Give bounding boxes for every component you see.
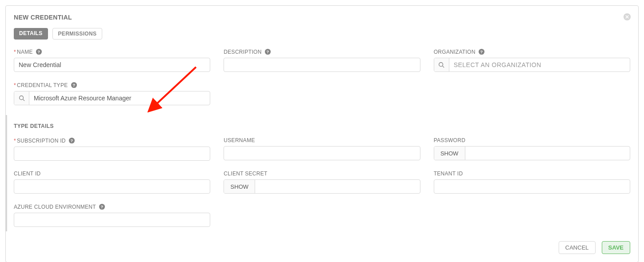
- type-details-section: TYPE DETAILS *SUBSCRIPTION ID ? USERNAME: [6, 115, 630, 231]
- help-icon[interactable]: ?: [68, 137, 75, 144]
- name-input-wrap: [14, 58, 210, 72]
- label-organization: ORGANIZATION ?: [434, 48, 630, 55]
- svg-text:?: ?: [100, 205, 103, 209]
- label-subscription-id: *SUBSCRIPTION ID ?: [14, 137, 210, 144]
- azure-cloud-env-input[interactable]: [14, 213, 210, 226]
- subscription-id-input-wrap: [14, 147, 210, 161]
- tenant-id-input[interactable]: [434, 180, 630, 193]
- label-azure-cloud-env: AZURE CLOUD ENVIRONMENT ?: [14, 203, 210, 210]
- label-description: DESCRIPTION ?: [224, 48, 420, 55]
- fields-grid: *NAME ? DESCRIPTION ? ORGANIZATI: [14, 48, 630, 231]
- credential-type-input-wrap: [14, 91, 210, 105]
- svg-text:?: ?: [70, 139, 73, 143]
- label-name: *NAME ?: [14, 48, 210, 55]
- tab-details[interactable]: DETAILS: [14, 28, 48, 40]
- svg-text:?: ?: [266, 50, 269, 54]
- client-secret-input-wrap: SHOW: [224, 179, 420, 194]
- label-client-secret: CLIENT SECRET: [224, 171, 420, 177]
- organization-input-wrap: [434, 58, 630, 72]
- field-client-secret: CLIENT SECRET SHOW: [224, 171, 420, 194]
- username-input[interactable]: [224, 147, 420, 160]
- field-client-id: CLIENT ID: [14, 171, 210, 194]
- type-details-grid: *SUBSCRIPTION ID ? USERNAME: [14, 137, 630, 227]
- label-tenant-id: TENANT ID: [434, 171, 630, 177]
- client-id-input[interactable]: [14, 180, 210, 193]
- organization-search-button[interactable]: [434, 58, 449, 71]
- field-tenant-id: TENANT ID: [434, 171, 630, 194]
- field-name: *NAME ?: [14, 48, 210, 72]
- field-password: PASSWORD SHOW: [434, 137, 630, 161]
- client-secret-input[interactable]: [255, 180, 420, 193]
- field-credential-type: *CREDENTIAL TYPE ?: [14, 82, 210, 105]
- help-icon[interactable]: ?: [36, 48, 42, 55]
- svg-line-8: [443, 66, 444, 68]
- label-credential-type: *CREDENTIAL TYPE ?: [14, 82, 210, 88]
- username-input-wrap: [224, 146, 420, 160]
- close-icon: [623, 13, 631, 21]
- label-client-id: CLIENT ID: [14, 171, 210, 177]
- description-input[interactable]: [224, 58, 420, 71]
- search-icon: [438, 62, 444, 68]
- close-button[interactable]: [623, 13, 631, 21]
- svg-text:?: ?: [37, 50, 40, 54]
- label-password: PASSWORD: [434, 137, 630, 143]
- field-subscription-id: *SUBSCRIPTION ID ?: [14, 137, 210, 161]
- tenant-id-input-wrap: [434, 179, 630, 194]
- cancel-button[interactable]: CANCEL: [559, 241, 596, 254]
- credential-type-search-button[interactable]: [14, 91, 29, 105]
- help-icon[interactable]: ?: [71, 82, 77, 88]
- svg-point-7: [439, 63, 443, 67]
- help-icon[interactable]: ?: [99, 203, 105, 210]
- tab-bar: DETAILS PERMISSIONS: [14, 28, 630, 40]
- password-show-button[interactable]: SHOW: [434, 147, 465, 160]
- help-icon[interactable]: ?: [478, 48, 485, 55]
- svg-text:?: ?: [480, 50, 483, 54]
- description-input-wrap: [224, 58, 420, 72]
- svg-point-11: [19, 96, 23, 100]
- new-credential-modal: NEW CREDENTIAL DETAILS PERMISSIONS *NAME…: [5, 5, 639, 262]
- password-input[interactable]: [465, 147, 630, 160]
- label-username: USERNAME: [224, 137, 420, 143]
- organization-input[interactable]: [449, 58, 630, 71]
- footer: CANCEL SAVE: [14, 241, 630, 254]
- search-icon: [19, 95, 25, 101]
- name-input[interactable]: [14, 58, 210, 71]
- modal-title: NEW CREDENTIAL: [14, 14, 630, 21]
- field-azure-cloud-env: AZURE CLOUD ENVIRONMENT ?: [14, 203, 210, 227]
- tab-permissions[interactable]: PERMISSIONS: [52, 28, 103, 40]
- field-organization: ORGANIZATION ?: [434, 48, 630, 72]
- save-button[interactable]: SAVE: [602, 241, 630, 254]
- credential-type-input[interactable]: [29, 91, 210, 105]
- field-username: USERNAME: [224, 137, 420, 161]
- svg-text:?: ?: [72, 83, 75, 87]
- client-secret-show-button[interactable]: SHOW: [224, 180, 255, 193]
- password-input-wrap: SHOW: [434, 146, 630, 160]
- svg-line-12: [23, 99, 24, 101]
- client-id-input-wrap: [14, 179, 210, 194]
- type-details-heading: TYPE DETAILS: [14, 123, 630, 129]
- field-description: DESCRIPTION ?: [224, 48, 420, 72]
- help-icon[interactable]: ?: [264, 48, 271, 55]
- subscription-id-input[interactable]: [14, 147, 210, 160]
- azure-cloud-env-input-wrap: [14, 213, 210, 227]
